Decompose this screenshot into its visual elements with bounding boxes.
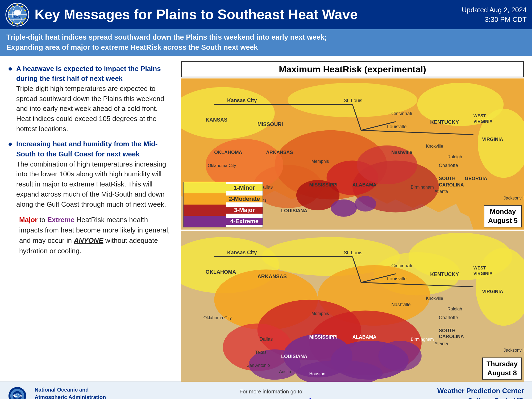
svg-text:Kansas City: Kansas City	[227, 250, 257, 255]
svg-point-35	[355, 196, 376, 211]
svg-text:NOAA: NOAA	[13, 394, 22, 398]
svg-text:Cincinnati: Cincinnati	[391, 263, 412, 268]
svg-text:Memphis: Memphis	[311, 159, 329, 163]
bullet-dot-1: ●	[8, 64, 13, 73]
svg-text:LOUISIANA: LOUISIANA	[281, 354, 307, 359]
svg-text:NWS: NWS	[14, 15, 20, 18]
svg-text:Oklahoma City: Oklahoma City	[203, 315, 232, 320]
svg-text:GEORGIA: GEORGIA	[465, 176, 487, 181]
svg-point-15	[12, 22, 13, 24]
svg-point-17	[9, 10, 10, 11]
svg-point-87	[378, 341, 421, 371]
svg-point-34	[331, 199, 357, 217]
svg-point-13	[21, 22, 23, 24]
svg-text:Louisville: Louisville	[387, 124, 407, 129]
svg-text:Austin: Austin	[279, 369, 291, 374]
main-content: ● A heatwave is expected to impact the P…	[0, 56, 532, 381]
legend-item-minor: 1-Minor	[184, 182, 263, 193]
footer-center-info: For more information go to: www.wpc.ncep…	[114, 387, 429, 399]
map2-date-label: Thursday August 8	[482, 358, 522, 380]
legend-item-moderate: 2-Moderate	[184, 193, 263, 205]
footer-wpc: Weather Prediction Center College Park, …	[437, 386, 524, 399]
subtitle-bar: Triple-digit heat indices spread southwa…	[0, 29, 532, 56]
map-title: Maximum HeatRisk (experimental)	[181, 61, 524, 77]
svg-text:SOUTH: SOUTH	[439, 176, 456, 181]
svg-text:ALABAMA: ALABAMA	[352, 182, 376, 188]
svg-text:Knoxville: Knoxville	[426, 143, 443, 148]
legend-color-moderate	[184, 193, 226, 205]
svg-text:MISSOURI: MISSOURI	[257, 121, 283, 127]
svg-text:ARKANSAS: ARKANSAS	[266, 150, 293, 155]
legend-color-major	[184, 205, 226, 216]
wpc-link[interactable]: www.wpc.ncep.noaa.gov	[216, 397, 274, 399]
legend-color-minor	[184, 182, 226, 193]
weather-link[interactable]: www.weather.gov	[286, 397, 328, 399]
svg-point-12	[24, 18, 26, 19]
map2-wrapper: Kansas City St. Louis Cincinnati Louisvi…	[181, 231, 524, 382]
noaa-name: National Oceanic and Atmospheric Adminis…	[35, 386, 106, 399]
updated-timestamp: Updated Aug 2, 2024 3:30 PM CDT	[462, 5, 527, 24]
footer-noaa-info: National Oceanic and Atmospheric Adminis…	[35, 386, 106, 399]
bullet-item-1: ● A heatwave is expected to impact the P…	[8, 64, 173, 134]
svg-text:MISSISSIPPI: MISSISSIPPI	[309, 334, 338, 340]
svg-text:Dallas: Dallas	[260, 336, 273, 342]
bullet-dot-2: ●	[8, 140, 13, 148]
svg-text:Jacksonville: Jacksonville	[504, 195, 524, 200]
legend-label-extreme: 4-Extreme	[226, 218, 263, 225]
legend-label-minor: 1-Minor	[226, 184, 263, 191]
svg-point-14	[16, 24, 18, 25]
noaa-logo: NOAA	[8, 386, 27, 399]
svg-text:San Antonio: San Antonio	[247, 363, 270, 368]
svg-text:Oklahoma City: Oklahoma City	[208, 163, 236, 168]
svg-text:OKLAHOMA: OKLAHOMA	[214, 150, 242, 155]
svg-text:CAROLINA: CAROLINA	[439, 182, 464, 188]
svg-text:MISSISSIPPI: MISSISSIPPI	[309, 182, 338, 188]
map1-wrapper: Kansas City St. Louis Cincinnati Louisvi…	[181, 78, 524, 230]
svg-text:Charlotte: Charlotte	[439, 163, 458, 168]
svg-text:Atlanta: Atlanta	[435, 341, 448, 346]
svg-point-16	[9, 18, 10, 19]
svg-text:Houston: Houston	[309, 371, 325, 376]
nws-logo: NWS	[5, 3, 29, 27]
svg-text:VIRGINIA: VIRGINIA	[482, 137, 503, 142]
heat-risk-paragraph: Major to Extreme HeatRisk means health i…	[8, 215, 173, 256]
header: NWS Key Messages for Plains to Southeast…	[0, 0, 532, 29]
maps-container: Kansas City St. Louis Cincinnati Louisvi…	[181, 78, 524, 382]
svg-text:Knoxville: Knoxville	[426, 296, 443, 301]
svg-text:VIRGINIA: VIRGINIA	[482, 289, 503, 294]
svg-text:Louisville: Louisville	[387, 276, 407, 281]
map2-svg: Kansas City St. Louis Cincinnati Louisvi…	[181, 231, 524, 382]
footer: NOAA National Oceanic and Atmospheric Ad…	[0, 381, 532, 399]
svg-text:St. Louis: St. Louis	[344, 250, 363, 255]
svg-text:Atlanta: Atlanta	[435, 189, 448, 194]
svg-text:ARKANSAS: ARKANSAS	[257, 273, 287, 279]
svg-point-18	[12, 6, 13, 7]
svg-text:LOUISIANA: LOUISIANA	[281, 208, 307, 213]
svg-text:KENTUCKY: KENTUCKY	[430, 119, 459, 125]
legend-label-major: 3-Major	[226, 207, 263, 214]
bullet-text-2: Increasing heat and humidity from the Mi…	[16, 139, 173, 209]
svg-text:Nashville: Nashville	[391, 150, 412, 155]
svg-text:Cincinnati: Cincinnati	[391, 111, 412, 116]
right-column: Maximum HeatRisk (experimental)	[181, 61, 524, 376]
svg-text:Raleigh: Raleigh	[447, 154, 462, 159]
page-title: Key Messages for Plains to Southeast Hea…	[35, 7, 456, 22]
svg-text:St. Louis: St. Louis	[344, 98, 363, 103]
svg-text:Texas: Texas	[255, 350, 267, 355]
legend-color-extreme	[184, 216, 226, 227]
svg-text:Jacksonville: Jacksonville	[504, 348, 524, 352]
svg-point-9	[16, 4, 18, 5]
legend-item-extreme: 4-Extreme	[184, 216, 263, 227]
svg-text:Nashville: Nashville	[391, 302, 411, 307]
legend-label-moderate: 2-Moderate	[226, 196, 263, 202]
bullet-item-2: ● Increasing heat and humidity from the …	[8, 139, 173, 209]
svg-text:Birmingham: Birmingham	[411, 185, 434, 189]
map-legend: 1-Minor 2-Moderate 3-Major 4-Extreme	[183, 182, 263, 227]
svg-text:Kansas City: Kansas City	[227, 97, 257, 103]
svg-text:KANSAS: KANSAS	[206, 117, 227, 123]
svg-text:ALABAMA: ALABAMA	[352, 334, 376, 340]
map1-date-label: Monday August 5	[484, 205, 522, 227]
left-column: ● A heatwave is expected to impact the P…	[8, 61, 173, 376]
svg-point-11	[24, 10, 26, 11]
bullet-text-1: A heatwave is expected to impact the Pla…	[16, 64, 173, 134]
